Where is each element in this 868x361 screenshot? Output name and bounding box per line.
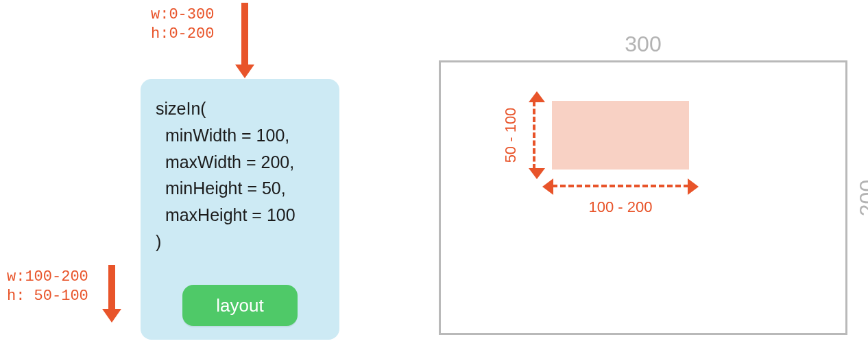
incoming-constraints-label: w:0-300 h:0-200: [151, 5, 214, 43]
arrow-left-icon: [542, 178, 553, 195]
panel-height-label: 200: [854, 60, 868, 335]
arrow-down-icon: [108, 265, 115, 309]
result-panel: 50 - 100 100 - 200: [439, 60, 847, 335]
layout-button-label: layout: [216, 295, 263, 316]
incoming-h: h:0-200: [151, 25, 214, 44]
layout-button[interactable]: layout: [182, 285, 298, 326]
arrow-down-icon: [241, 3, 248, 65]
incoming-w: w:0-300: [151, 5, 214, 25]
width-range-label: 100 - 200: [552, 198, 689, 216]
result-box: [552, 101, 689, 170]
arrow-down-icon: [529, 168, 545, 179]
height-range-arrow-icon: [533, 101, 535, 170]
sizein-card: sizeIn( minWidth = 100, maxWidth = 200, …: [141, 79, 339, 340]
outgoing-w: w:100-200: [7, 268, 88, 286]
arrow-right-icon: [688, 178, 699, 195]
width-range-arrow-icon: [552, 185, 689, 187]
outgoing-constraints-label: w:100-200 h: 50-100: [7, 268, 88, 305]
height-range-label: 50 - 100: [500, 101, 522, 170]
arrow-up-icon: [529, 91, 545, 102]
outgoing-h: h: 50-100: [7, 288, 88, 305]
diagram-stage: w:0-300 h:0-200 sizeIn( minWidth = 100, …: [0, 0, 868, 361]
sizein-code: sizeIn( minWidth = 100, maxWidth = 200, …: [156, 95, 324, 255]
panel-width-label: 300: [439, 32, 847, 57]
